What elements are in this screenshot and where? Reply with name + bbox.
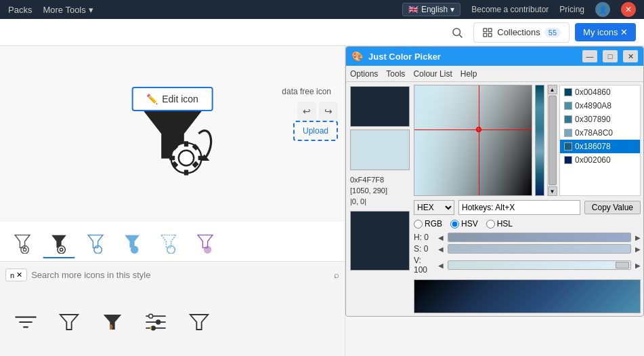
variant-item-4[interactable]: [115, 224, 149, 258]
color-picker-menubar: Options Tools Colour List Help: [346, 66, 643, 82]
search-input[interactable]: [31, 270, 330, 280]
close-button[interactable]: ✕: [621, 2, 636, 17]
collections-count: 55: [544, 28, 561, 37]
redo-button[interactable]: ↪: [319, 102, 338, 121]
color-list-item-6[interactable]: 0x002060: [560, 153, 640, 167]
svg-point-37: [149, 314, 153, 318]
color-list: 0x004860 0x4890A8 0x307890: [559, 85, 641, 196]
v-increase-button[interactable]: ▶: [635, 262, 641, 269]
h-increase-button[interactable]: ▶: [635, 234, 641, 241]
grid-icon-4[interactable]: [141, 307, 171, 337]
packs-link[interactable]: Packs: [8, 5, 32, 15]
grid-icon-5[interactable]: [184, 307, 214, 337]
format-controls: HEX RGB Copy Value: [414, 200, 641, 215]
tag-close-icon[interactable]: ✕: [16, 271, 22, 279]
s-decrease-button[interactable]: ◀: [438, 245, 444, 253]
my-icons-button[interactable]: My icons ✕: [575, 23, 636, 41]
h-slider-row: H: 0 ◀ ▶: [414, 233, 641, 242]
color-picker-dialog: 🎨 Just Color Picker — □ ✕ Options Tools …: [345, 46, 644, 317]
variant-item-1[interactable]: [5, 224, 39, 258]
svg-point-23: [23, 248, 26, 251]
more-tools-link[interactable]: More Tools ▾: [43, 5, 93, 15]
search-go-icon[interactable]: ⌕: [334, 270, 339, 280]
icon-display-area: ✏️ Edit icon ↩ ↪ data free icon Upload: [0, 46, 345, 220]
top-navbar: Packs More Tools ▾ 🇬🇧 English ▾ Become a…: [0, 0, 644, 19]
maximize-button[interactable]: □: [603, 50, 618, 62]
s-slider-row: S: 0 ◀ ▶: [414, 244, 641, 254]
variant-item-2[interactable]: [42, 224, 76, 258]
color-list-item-5[interactable]: 0x186078: [560, 140, 640, 153]
menu-options[interactable]: Options: [350, 69, 378, 79]
spectrum-canvas[interactable]: [414, 279, 641, 313]
edit-icon-button[interactable]: ✏️ Edit icon: [131, 87, 213, 111]
menu-colour-list[interactable]: Colour List: [413, 69, 452, 79]
variants-strip: [0, 220, 345, 261]
v-decrease-button[interactable]: ◀: [438, 262, 444, 269]
svg-rect-5: [489, 33, 492, 37]
grid-icon-3[interactable]: ₿: [98, 307, 127, 337]
language-selector[interactable]: 🇬🇧 English ▾: [402, 3, 460, 16]
menu-help[interactable]: Help: [460, 69, 477, 79]
edit-pencil-icon: ✏️: [146, 94, 158, 104]
user-avatar[interactable]: 👤: [595, 2, 610, 17]
svg-rect-2: [484, 28, 487, 32]
search-tag[interactable]: n ✕: [5, 269, 27, 281]
format-selector[interactable]: HEX RGB: [414, 200, 454, 215]
s-label: S: 0: [414, 244, 434, 254]
color-model-selector: RGB HSV HSL: [414, 219, 641, 229]
gradient-area: ▲ ▼ 0x004860 0x4890A8: [414, 85, 641, 196]
upload-button[interactable]: Upload: [293, 121, 338, 141]
color-dot-2: [564, 102, 572, 110]
rgb-radio[interactable]: [414, 220, 423, 229]
become-contributor-link[interactable]: Become a contributor: [471, 5, 549, 14]
hotkey-input[interactable]: [458, 200, 580, 215]
search-bar: n ✕ ⌕: [0, 261, 345, 288]
minimize-button[interactable]: —: [582, 50, 597, 62]
color-picker-titlebar: 🎨 Just Color Picker — □ ✕: [346, 47, 643, 66]
rgb-radio-label[interactable]: RGB: [414, 219, 442, 229]
color-list-item-1[interactable]: 0x004860: [560, 85, 640, 99]
tag-label: n: [10, 271, 14, 279]
color-dot-4: [564, 129, 572, 137]
menu-tools[interactable]: Tools: [386, 69, 405, 79]
color-list-item-2[interactable]: 0x4890A8: [560, 99, 640, 113]
close-dialog-button[interactable]: ✕: [623, 50, 638, 62]
copy-value-button[interactable]: Copy Value: [584, 201, 641, 214]
svg-point-39: [151, 326, 155, 330]
undo-redo-controls: ↩ ↪: [297, 102, 338, 121]
free-badge: data free icon: [282, 87, 331, 96]
h-slider-track[interactable]: [448, 233, 631, 242]
svg-rect-14: [184, 170, 188, 175]
color-picker-body: 0xF4F7F8 [1050, 290] |0, 0|: [346, 82, 643, 316]
hsv-radio[interactable]: [450, 220, 459, 229]
color-list-item-3[interactable]: 0x307890: [560, 113, 640, 126]
hsl-radio[interactable]: [486, 220, 495, 229]
gradient-picker[interactable]: [414, 85, 532, 196]
scroll-thumb[interactable]: [549, 96, 557, 185]
undo-button[interactable]: ↩: [297, 102, 316, 121]
grid-icon-2[interactable]: [54, 307, 84, 337]
variant-item-6[interactable]: [188, 224, 222, 258]
scroll-down-button[interactable]: ▼: [548, 186, 557, 196]
collections-button[interactable]: Collections 55: [473, 22, 570, 43]
color-list-item-4[interactable]: 0x78A8C0: [560, 126, 640, 140]
pixel-coords: [1050, 290]: [350, 186, 410, 195]
hue-slider[interactable]: [535, 85, 544, 196]
variant-item-5[interactable]: [152, 224, 186, 258]
svg-point-29: [204, 245, 212, 254]
v-slider-track[interactable]: [448, 260, 631, 270]
grid-icon-1[interactable]: [11, 307, 41, 337]
scroll-up-button[interactable]: ▲: [548, 85, 557, 94]
s-increase-button[interactable]: ▶: [635, 245, 641, 253]
variant-item-3[interactable]: [79, 224, 112, 258]
h-decrease-button[interactable]: ◀: [438, 234, 444, 241]
large-color-preview: [350, 211, 410, 271]
hex-display: 0xF4F7F8: [350, 176, 410, 184]
list-scrollbar[interactable]: ▲ ▼: [547, 85, 557, 196]
hsv-radio-label[interactable]: HSV: [450, 219, 478, 229]
pricing-link[interactable]: Pricing: [559, 5, 584, 14]
hsl-radio-label[interactable]: HSL: [486, 219, 513, 229]
left-panel: ✏️ Edit icon ↩ ↪ data free icon Upload: [0, 46, 345, 356]
s-slider-track[interactable]: [448, 244, 631, 254]
search-button[interactable]: [446, 22, 468, 43]
